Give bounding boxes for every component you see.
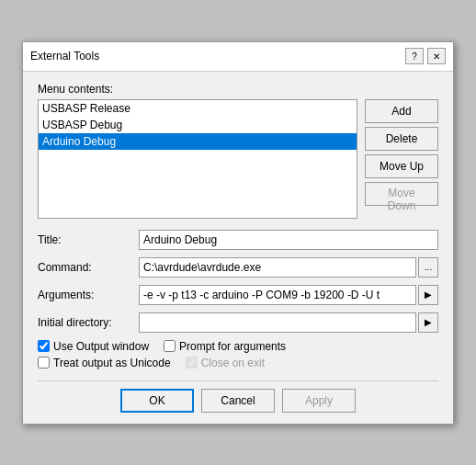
delete-button[interactable]: Delete bbox=[365, 127, 438, 151]
command-input[interactable] bbox=[139, 257, 416, 278]
command-label: Command: bbox=[38, 261, 139, 274]
initial-dir-input[interactable] bbox=[139, 312, 416, 333]
close-on-exit-label: Close on exit bbox=[201, 357, 265, 369]
title-row: Title: bbox=[38, 230, 438, 250]
initial-dir-browse-button[interactable]: ▶ bbox=[418, 312, 438, 333]
title-bar: External Tools ? ✕ bbox=[23, 42, 453, 72]
menu-item-usbasp-release[interactable]: USBASP Release bbox=[39, 100, 357, 117]
menu-area: USBASP Release USBASP Debug Arduino Debu… bbox=[38, 99, 438, 219]
title-bar-controls: ? ✕ bbox=[405, 48, 446, 64]
add-button[interactable]: Add bbox=[365, 99, 438, 123]
move-down-button[interactable]: Move Down bbox=[365, 182, 438, 206]
menu-contents-label: Menu contents: bbox=[38, 83, 438, 96]
prompt-arguments-label: Prompt for arguments bbox=[179, 340, 286, 353]
use-output-window-group: Use Output window bbox=[38, 340, 149, 353]
external-tools-dialog: External Tools ? ✕ Menu contents: USBASP… bbox=[22, 41, 454, 425]
help-button[interactable]: ? bbox=[405, 48, 424, 64]
initial-dir-input-group: ▶ bbox=[139, 312, 438, 333]
treat-unicode-group: Treat output as Unicode bbox=[38, 357, 171, 369]
prompt-arguments-group: Prompt for arguments bbox=[164, 340, 286, 353]
use-output-window-label: Use Output window bbox=[53, 340, 149, 353]
close-on-exit-checkbox[interactable] bbox=[186, 357, 198, 369]
close-button[interactable]: ✕ bbox=[427, 48, 446, 64]
checkbox-row-1: Use Output window Prompt for arguments bbox=[38, 340, 438, 353]
title-input[interactable] bbox=[139, 230, 438, 250]
checkbox-row-2: Treat output as Unicode Close on exit bbox=[38, 357, 438, 369]
treat-unicode-label: Treat output as Unicode bbox=[53, 357, 171, 369]
arguments-input-group: ▶ bbox=[139, 285, 438, 305]
footer-buttons: OK Cancel Apply bbox=[38, 380, 438, 413]
command-browse-button[interactable]: ... bbox=[418, 257, 438, 278]
arguments-input[interactable] bbox=[139, 285, 416, 305]
dialog-title: External Tools bbox=[30, 50, 99, 62]
use-output-window-checkbox[interactable] bbox=[38, 340, 50, 352]
treat-unicode-checkbox[interactable] bbox=[38, 357, 50, 369]
menu-item-arduino-debug[interactable]: Arduino Debug bbox=[39, 133, 357, 150]
close-on-exit-group: Close on exit bbox=[186, 357, 265, 369]
cancel-button[interactable]: Cancel bbox=[201, 389, 275, 413]
title-label: Title: bbox=[38, 233, 139, 246]
command-row: Command: ... bbox=[38, 257, 438, 278]
command-input-group: ... bbox=[139, 257, 438, 278]
menu-buttons: Add Delete Move Up Move Down bbox=[365, 99, 438, 219]
menu-list[interactable]: USBASP Release USBASP Debug Arduino Debu… bbox=[38, 99, 357, 219]
dialog-body: Menu contents: USBASP Release USBASP Deb… bbox=[23, 72, 453, 424]
initial-dir-label: Initial directory: bbox=[38, 316, 139, 329]
prompt-arguments-checkbox[interactable] bbox=[164, 340, 176, 352]
arguments-row: Arguments: ▶ bbox=[38, 285, 438, 305]
arguments-browse-button[interactable]: ▶ bbox=[418, 285, 438, 305]
menu-item-usbasp-debug[interactable]: USBASP Debug bbox=[39, 117, 357, 133]
initial-dir-row: Initial directory: ▶ bbox=[38, 312, 438, 333]
move-up-button[interactable]: Move Up bbox=[365, 154, 438, 178]
ok-button[interactable]: OK bbox=[120, 389, 194, 413]
apply-button[interactable]: Apply bbox=[282, 389, 356, 413]
arguments-label: Arguments: bbox=[38, 289, 139, 301]
